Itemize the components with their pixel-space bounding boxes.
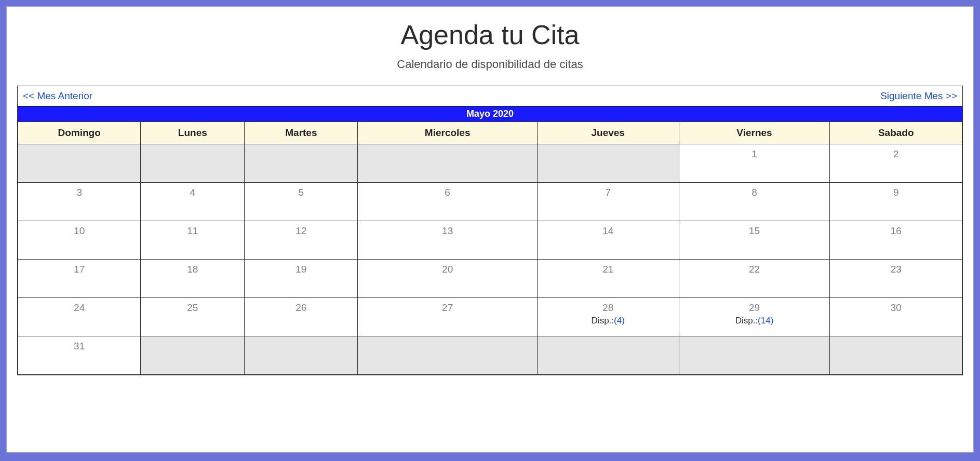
availability-label: Disp.:(14) bbox=[682, 316, 827, 326]
calendar-day-cell bbox=[537, 144, 679, 183]
calendar-day-cell: 7 bbox=[537, 183, 679, 221]
day-number: 22 bbox=[682, 264, 827, 275]
calendar-week-row: 31 bbox=[18, 336, 962, 375]
weekday-header: Sabado bbox=[830, 122, 962, 144]
page-title: Agenda tu Cita bbox=[17, 19, 963, 50]
availability-label: Disp.:(4) bbox=[541, 316, 676, 326]
month-label: Mayo 2020 bbox=[18, 106, 962, 121]
calendar-day-cell: 4 bbox=[141, 183, 245, 221]
calendar-day-cell: 14 bbox=[537, 221, 679, 260]
availability-count-link[interactable]: (4) bbox=[614, 316, 625, 326]
calendar-day-cell[interactable]: 29Disp.:(14) bbox=[679, 298, 830, 336]
calendar-day-cell: 24 bbox=[18, 298, 141, 336]
day-number: 31 bbox=[21, 341, 137, 352]
weekday-header: Domingo bbox=[18, 122, 141, 144]
calendar-day-cell: 13 bbox=[358, 221, 537, 260]
day-number: 15 bbox=[682, 225, 827, 237]
day-number: 20 bbox=[361, 264, 533, 275]
day-number: 1 bbox=[682, 148, 827, 160]
day-number: 16 bbox=[833, 225, 959, 237]
calendar-day-cell: 8 bbox=[679, 183, 830, 221]
calendar-week-row: 2425262728Disp.:(4)29Disp.:(14)30 bbox=[18, 298, 962, 336]
calendar-day-cell: 20 bbox=[358, 260, 537, 298]
calendar-week-row: 10111213141516 bbox=[18, 221, 962, 260]
weekday-header: Martes bbox=[245, 122, 358, 144]
day-number: 24 bbox=[21, 302, 137, 314]
calendar-day-cell bbox=[358, 144, 537, 183]
calendar-day-cell: 22 bbox=[679, 260, 830, 298]
calendar-week-row: 17181920212223 bbox=[18, 260, 962, 298]
calendar-day-cell: 3 bbox=[18, 183, 141, 221]
calendar-day-cell bbox=[245, 336, 358, 375]
calendar-day-cell bbox=[537, 336, 679, 375]
day-number: 13 bbox=[361, 225, 533, 237]
calendar-day-cell bbox=[358, 336, 537, 375]
day-number: 14 bbox=[541, 225, 676, 237]
weekday-header-row: Domingo Lunes Martes Miercoles Jueves Vi… bbox=[18, 122, 962, 144]
calendar-day-cell: 30 bbox=[830, 298, 962, 336]
day-number: 12 bbox=[248, 225, 354, 237]
day-number: 28 bbox=[541, 302, 676, 314]
day-number: 29 bbox=[682, 302, 827, 314]
calendar-day-cell[interactable]: 28Disp.:(4) bbox=[537, 298, 679, 336]
calendar-day-cell bbox=[245, 144, 358, 183]
day-number: 18 bbox=[144, 264, 241, 275]
calendar-day-cell: 17 bbox=[18, 260, 141, 298]
day-number: 17 bbox=[21, 264, 137, 275]
calendar-day-cell: 15 bbox=[679, 221, 830, 260]
day-number: 19 bbox=[248, 264, 354, 275]
calendar-day-cell: 18 bbox=[141, 260, 245, 298]
day-number: 6 bbox=[361, 187, 533, 198]
calendar-day-cell: 10 bbox=[18, 221, 141, 260]
availability-prefix: Disp.: bbox=[735, 316, 758, 326]
weekday-header: Lunes bbox=[141, 122, 245, 144]
day-number: 30 bbox=[833, 302, 959, 314]
calendar-week-row: 3456789 bbox=[18, 183, 962, 221]
day-number: 25 bbox=[144, 302, 241, 314]
day-number: 7 bbox=[541, 187, 676, 198]
calendar-frame: << Mes Anterior Siguiente Mes >> Mayo 20… bbox=[17, 86, 963, 375]
day-number: 27 bbox=[361, 302, 533, 314]
day-number: 23 bbox=[833, 264, 959, 275]
day-number: 8 bbox=[682, 187, 827, 198]
calendar-day-cell bbox=[141, 144, 245, 183]
calendar-day-cell: 9 bbox=[830, 183, 962, 221]
calendar-day-cell: 23 bbox=[830, 260, 962, 298]
calendar-day-cell: 26 bbox=[245, 298, 358, 336]
calendar-day-cell: 12 bbox=[245, 221, 358, 260]
calendar-day-cell: 6 bbox=[358, 183, 537, 221]
month-nav: << Mes Anterior Siguiente Mes >> bbox=[18, 86, 962, 106]
prev-month-link[interactable]: << Mes Anterior bbox=[23, 90, 92, 102]
calendar-day-cell: 5 bbox=[245, 183, 358, 221]
day-number: 3 bbox=[21, 187, 137, 198]
day-number: 5 bbox=[248, 187, 354, 198]
day-number: 21 bbox=[541, 264, 676, 275]
calendar-day-cell: 25 bbox=[141, 298, 245, 336]
calendar-day-cell: 21 bbox=[537, 260, 679, 298]
calendar-day-cell bbox=[679, 336, 830, 375]
weekday-header: Viernes bbox=[679, 122, 830, 144]
weekday-header: Jueves bbox=[537, 122, 679, 144]
calendar-day-cell bbox=[141, 336, 245, 375]
availability-count-link[interactable]: (14) bbox=[758, 316, 773, 326]
day-number: 4 bbox=[144, 187, 241, 198]
calendar-table: Domingo Lunes Martes Miercoles Jueves Vi… bbox=[18, 121, 962, 375]
calendar-day-cell: 2 bbox=[830, 144, 962, 183]
availability-prefix: Disp.: bbox=[592, 316, 614, 326]
calendar-day-cell: 27 bbox=[358, 298, 537, 336]
day-number: 11 bbox=[144, 225, 241, 237]
day-number: 2 bbox=[833, 148, 959, 160]
weekday-header: Miercoles bbox=[358, 122, 537, 144]
calendar-day-cell: 31 bbox=[18, 336, 141, 375]
page-container: Agenda tu Cita Calendario de disponibili… bbox=[6, 6, 974, 453]
calendar-day-cell bbox=[830, 336, 962, 375]
next-month-link[interactable]: Siguiente Mes >> bbox=[880, 90, 957, 102]
day-number: 10 bbox=[21, 225, 137, 237]
day-number: 26 bbox=[248, 302, 354, 314]
calendar-day-cell: 16 bbox=[830, 221, 962, 260]
calendar-day-cell bbox=[18, 144, 141, 183]
calendar-day-cell: 19 bbox=[245, 260, 358, 298]
calendar-day-cell: 1 bbox=[679, 144, 830, 183]
calendar-week-row: 12 bbox=[18, 144, 962, 183]
page-subtitle: Calendario de disponibilidad de citas bbox=[17, 58, 963, 71]
